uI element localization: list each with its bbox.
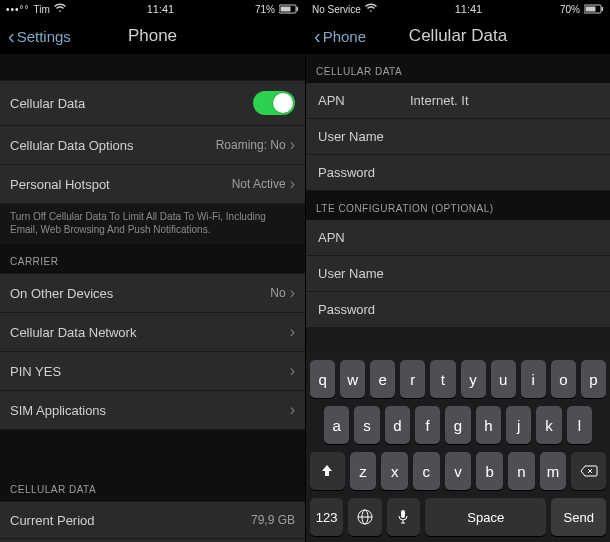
back-button[interactable]: ‹ Settings: [8, 26, 71, 46]
carrier-label: No Service: [312, 4, 361, 15]
battery-pct: 70%: [560, 4, 580, 15]
apn-value[interactable]: Internet. It: [410, 93, 469, 108]
hotspot-label: Personal Hotspot: [10, 177, 110, 192]
lte-username-label: User Name: [318, 266, 384, 281]
chevron-right-icon: ›: [290, 401, 295, 419]
signal-icon: •••°°: [6, 4, 30, 15]
key-u[interactable]: u: [491, 360, 516, 398]
lte-apn-row[interactable]: APN: [306, 220, 610, 256]
key-d[interactable]: d: [385, 406, 410, 444]
current-period-value: 79,9 GB: [251, 513, 295, 527]
key-n[interactable]: n: [508, 452, 535, 490]
pin-row[interactable]: PIN YES ›: [0, 352, 305, 391]
key-shift[interactable]: [310, 452, 345, 490]
svg-rect-5: [601, 7, 603, 11]
key-i[interactable]: i: [521, 360, 546, 398]
cellular-data-toggle[interactable]: [253, 91, 295, 115]
section-carrier: CARRIER: [0, 244, 305, 273]
personal-hotspot-row[interactable]: Personal Hotspot Not Active›: [0, 165, 305, 204]
cellular-data-label: Cellular Data: [10, 96, 85, 111]
cd-network-row[interactable]: Cellular Data Network ›: [0, 313, 305, 352]
back-button[interactable]: ‹ Phone: [314, 26, 366, 46]
sim-apps-label: SIM Applications: [10, 403, 106, 418]
key-e[interactable]: e: [370, 360, 395, 398]
svg-rect-2: [296, 7, 298, 11]
key-y[interactable]: y: [461, 360, 486, 398]
key-j[interactable]: j: [506, 406, 531, 444]
svg-rect-4: [585, 7, 595, 12]
keyboard: qwertyuiop asdfghjkl zxcvbnm 123 Space S…: [306, 354, 610, 542]
chevron-right-icon: ›: [290, 323, 295, 341]
key-t[interactable]: t: [430, 360, 455, 398]
key-o[interactable]: o: [551, 360, 576, 398]
key-m[interactable]: m: [540, 452, 567, 490]
key-a[interactable]: a: [324, 406, 349, 444]
key-g[interactable]: g: [445, 406, 470, 444]
status-bar: •••°° Tim 11:41 71%: [0, 0, 305, 18]
key-w[interactable]: w: [340, 360, 365, 398]
chevron-right-icon: ›: [290, 175, 295, 193]
key-s[interactable]: s: [354, 406, 379, 444]
battery-icon: [279, 4, 299, 14]
chevron-left-icon: ‹: [8, 26, 15, 46]
key-space[interactable]: Space: [425, 498, 546, 536]
page-title: Cellular Data: [409, 26, 507, 46]
carrier-label: Tim: [34, 4, 50, 15]
key-h[interactable]: h: [476, 406, 501, 444]
apn-label: APN: [318, 93, 394, 108]
cellular-data-options-row[interactable]: Cellular Data Options Roaming: No›: [0, 126, 305, 165]
section-cellular-data: CELLULAR DATA: [306, 54, 610, 83]
key-b[interactable]: b: [476, 452, 503, 490]
chevron-left-icon: ‹: [314, 26, 321, 46]
key-k[interactable]: k: [536, 406, 561, 444]
chevron-right-icon: ›: [290, 136, 295, 154]
nav-header: ‹ Settings Phone: [0, 18, 305, 54]
key-v[interactable]: v: [445, 452, 472, 490]
key-c[interactable]: c: [413, 452, 440, 490]
battery-pct: 71%: [255, 4, 275, 15]
key-p[interactable]: p: [581, 360, 606, 398]
lte-username-row[interactable]: User Name: [306, 256, 610, 292]
apn-row[interactable]: APN Internet. It: [306, 83, 610, 119]
key-z[interactable]: z: [350, 452, 377, 490]
battery-icon: [584, 4, 604, 14]
key-x[interactable]: x: [381, 452, 408, 490]
nav-header: ‹ Phone Cellular Data: [306, 18, 610, 54]
back-label: Settings: [17, 28, 71, 45]
key-r[interactable]: r: [400, 360, 425, 398]
username-row[interactable]: User Name: [306, 119, 610, 155]
lte-apn-label: APN: [318, 230, 345, 245]
key-send[interactable]: Send: [551, 498, 606, 536]
sim-apps-row[interactable]: SIM Applications ›: [0, 391, 305, 430]
other-devices-value: No: [270, 286, 285, 300]
back-label: Phone: [323, 28, 366, 45]
key-globe[interactable]: [348, 498, 381, 536]
password-row[interactable]: Password: [306, 155, 610, 191]
key-q[interactable]: q: [310, 360, 335, 398]
lte-password-row[interactable]: Password: [306, 292, 610, 328]
cd-options-value: Roaming: No: [216, 138, 286, 152]
wifi-icon: [54, 3, 66, 15]
key-mic[interactable]: [387, 498, 420, 536]
pin-label: PIN YES: [10, 364, 61, 379]
username-label: User Name: [318, 129, 384, 144]
clock: 11:41: [455, 3, 483, 15]
cellular-data-row[interactable]: Cellular Data: [0, 80, 305, 126]
section-lte: LTE CONFIGURATION (OPTIONAL): [306, 191, 610, 220]
key-f[interactable]: f: [415, 406, 440, 444]
key-backspace[interactable]: [571, 452, 606, 490]
other-devices-row[interactable]: On Other Devices No›: [0, 273, 305, 313]
lte-password-label: Password: [318, 302, 375, 317]
status-bar: No Service 11:41 70%: [306, 0, 610, 18]
svg-rect-9: [401, 510, 405, 518]
svg-rect-1: [280, 7, 290, 12]
key-numbers[interactable]: 123: [310, 498, 343, 536]
chevron-right-icon: ›: [290, 362, 295, 380]
section-cellular-data: CELLULAR DATA: [0, 472, 305, 501]
key-l[interactable]: l: [567, 406, 592, 444]
cd-network-label: Cellular Data Network: [10, 325, 136, 340]
password-label: Password: [318, 165, 375, 180]
cd-options-label: Cellular Data Options: [10, 138, 134, 153]
wifi-icon: [365, 3, 377, 15]
hotspot-value: Not Active: [232, 177, 286, 191]
